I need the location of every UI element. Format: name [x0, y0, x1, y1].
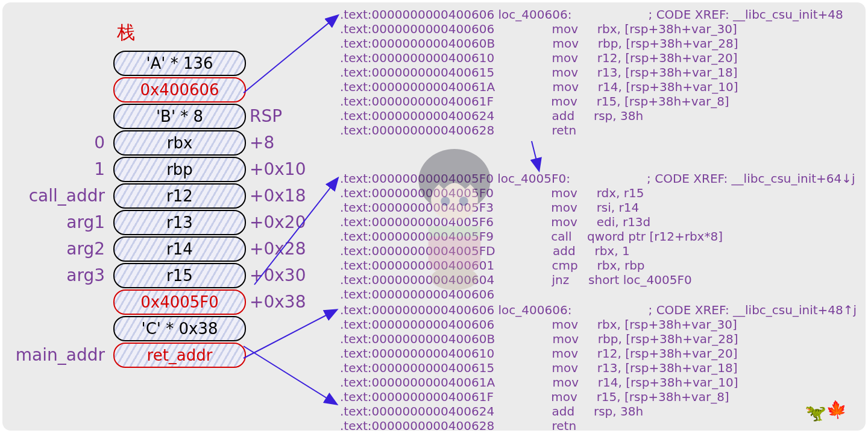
semantic-label: 1: [94, 159, 105, 179]
stack-cell: r15: [113, 263, 246, 288]
disasm-line: .text:0000000000400606: [340, 287, 582, 302]
disasm-line: .text:00000000004005F9 call qword ptr [r…: [340, 229, 723, 244]
disasm-line: .text:00000000004005F0 mov rdx, r15: [340, 186, 644, 200]
disasm-line: .text:0000000000400628 retn: [340, 419, 592, 433]
disasm-line: .text:0000000000400615 mov r13, [rsp+38h…: [340, 361, 738, 375]
disasm-line: .text:0000000000400610 mov r12, [rsp+38h…: [340, 346, 738, 361]
arrow: [532, 141, 539, 170]
disasm-line: .text:00000000004005F3 mov rsi, r14: [340, 200, 639, 215]
stack-cell: r12: [113, 183, 246, 209]
disasm-line: .text:0000000000400610 mov r12, [rsp+38h…: [340, 51, 738, 65]
stack-cell: rbp: [113, 157, 246, 182]
offset-label: +8: [250, 133, 274, 153]
offset-label: +0x20: [250, 212, 306, 232]
stack-cell: 0x4005F0: [113, 289, 246, 315]
stack-cell: r14: [113, 236, 246, 262]
stack-cell: r13: [113, 210, 246, 235]
disasm-line: .text:000000000040060B mov rbp, [rsp+38h…: [340, 332, 738, 346]
stack-cell: rbx: [113, 130, 246, 156]
semantic-label: arg3: [66, 265, 105, 285]
offset-label: +0x28: [250, 239, 306, 259]
disasm-line: .text:0000000000400615 mov r13, [rsp+38h…: [340, 65, 738, 80]
semantic-label: main_addr: [16, 345, 105, 365]
disasm-line: .text:000000000040061A mov r14, [rsp+38h…: [340, 80, 738, 94]
semantic-label: arg1: [66, 212, 105, 232]
stack-cell: ret_addr: [113, 343, 246, 368]
disasm-header: .text:00000000004005F0 loc_4005F0: ; COD…: [340, 171, 855, 186]
stack-cell: 'B' * 8: [113, 104, 246, 129]
offset-label: +0x30: [250, 265, 306, 285]
disasm-line: .text:0000000000400606 mov rbx, [rsp+38h…: [340, 317, 737, 332]
semantic-label: 0: [94, 133, 105, 153]
disasm-line: .text:000000000040061F mov r15, [rsp+38h…: [340, 390, 729, 404]
disasm-line: .text:000000000040061F mov r15, [rsp+38h…: [340, 94, 729, 109]
disasm-header: .text:0000000000400606 loc_400606: ; COD…: [340, 7, 843, 22]
semantic-label: call_addr: [29, 186, 105, 206]
stack-cell: 0x400606: [113, 77, 246, 103]
arrow: [244, 310, 336, 358]
corner-decoration: 🦖🍁: [804, 398, 849, 423]
offset-label: RSP: [250, 106, 282, 126]
arrow: [244, 16, 338, 93]
disasm-line: .text:000000000040061A mov r14, [rsp+38h…: [340, 375, 738, 390]
arrow: [244, 346, 336, 404]
disasm-line: .text:0000000000400624 add rsp, 38h: [340, 404, 643, 419]
stack-cell: 'A' * 136: [113, 51, 246, 76]
offset-label: +0x38: [250, 292, 306, 312]
disasm-line: .text:00000000004005FD add rbx, 1: [340, 244, 630, 258]
disasm-line: .text:0000000000400604 jnz short loc_400…: [340, 273, 692, 287]
disasm-line: .text:000000000040060B mov rbp, [rsp+38h…: [340, 36, 738, 51]
stack-title: 栈: [117, 21, 135, 45]
stack-cell: 'C' * 0x38: [113, 316, 246, 341]
semantic-label: arg2: [66, 239, 105, 259]
disasm-line: .text:0000000000400628 retn: [340, 123, 592, 137]
offset-label: +0x10: [250, 159, 306, 179]
disasm-header: .text:0000000000400606 loc_400606: ; COD…: [340, 303, 857, 317]
disasm-line: .text:00000000004005F6 mov edi, r13d: [340, 215, 650, 229]
offset-label: +0x18: [250, 186, 306, 206]
disasm-line: .text:0000000000400606 mov rbx, [rsp+38h…: [340, 22, 737, 36]
diagram-panel: 栈 'A' * 1360x400606'B' * 8rbxrbpr12r13r1…: [2, 2, 866, 431]
disasm-line: .text:0000000000400601 cmp rbx, rbp: [340, 258, 645, 273]
disasm-line: .text:0000000000400624 add rsp, 38h: [340, 109, 643, 123]
